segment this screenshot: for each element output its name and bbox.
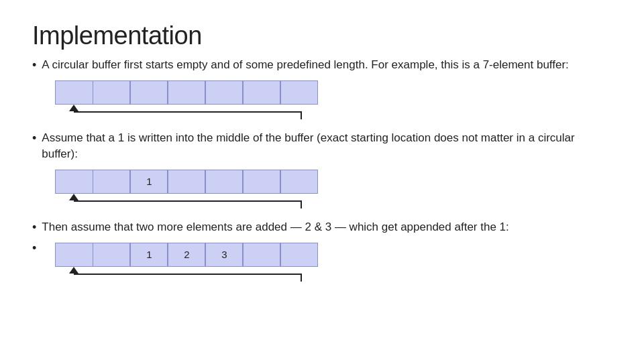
cell-2-1 [93, 170, 130, 194]
slide: Implementation • A circular buffer first… [0, 0, 644, 362]
h-arrow-3 [74, 274, 302, 282]
cell-2-2: 1 [130, 170, 168, 194]
cell-1-2 [130, 80, 168, 105]
arrow-group-2 [55, 194, 93, 200]
bullet-2: • Assume that a 1 is written into the mi… [32, 130, 612, 215]
h-line-2 [74, 200, 301, 202]
cell-3-6 [280, 243, 318, 267]
h-line-1 [74, 111, 301, 113]
cell-2-5 [243, 170, 280, 194]
arrow-up-2 [69, 194, 78, 200]
buffer-row-2: 1 [55, 170, 318, 194]
cell-3-4: 3 [205, 243, 243, 267]
cell-1-3 [168, 80, 205, 105]
cell-2-0 [55, 170, 93, 194]
arrow-col-3 [55, 267, 93, 274]
h-arrow-2 [74, 200, 302, 208]
cell-1-5 [243, 80, 280, 105]
arrow-group-3 [55, 267, 93, 274]
buffer-diagram-2: 1 [55, 170, 612, 208]
v-line-1 [301, 111, 302, 119]
bullet-dot-1: • [32, 58, 36, 72]
buffer-diagram-3: 1 2 3 [55, 243, 318, 282]
cell-1-1 [93, 80, 130, 105]
cell-2-4 [205, 170, 243, 194]
cell-3-3: 2 [168, 243, 205, 267]
cell-1-4 [205, 80, 243, 105]
h-arrow-1 [74, 111, 302, 119]
buffer-row-1 [55, 80, 318, 105]
cell-1-6 [280, 80, 318, 105]
cell-1-0 [55, 80, 93, 105]
arrow-col-1 [55, 105, 93, 111]
slide-title: Implementation [32, 21, 612, 50]
arrow-group-1 [55, 105, 93, 111]
cell-3-0 [55, 243, 93, 267]
cell-3-1 [93, 243, 130, 267]
cell-2-3 [168, 170, 205, 194]
arrow-up-1 [69, 105, 78, 111]
bullet-dot-4: • [32, 241, 36, 255]
cell-2-6 [280, 170, 318, 194]
bullet-text-2: Assume that a 1 is written into the midd… [42, 130, 612, 163]
cell-3-2: 1 [130, 243, 168, 267]
bullet-text-1: A circular buffer first starts empty and… [42, 57, 569, 74]
arrow-up-3 [69, 267, 78, 274]
v-line-3 [301, 274, 302, 282]
bullet-text-3: Then assume that two more elements are a… [42, 219, 508, 236]
bullet-3: • Then assume that two more elements are… [32, 219, 612, 236]
v-line-2 [301, 200, 302, 208]
h-line-3 [74, 274, 301, 275]
bullet-1: • A circular buffer first starts empty a… [32, 57, 612, 126]
bullet-dot-3: • [32, 221, 36, 235]
buffer-row-3: 1 2 3 [55, 243, 318, 267]
bullet-dot-2: • [32, 131, 36, 145]
bullet-4: • 1 2 3 [32, 240, 612, 288]
cell-3-5 [243, 243, 280, 267]
buffer-diagram-1 [55, 80, 569, 119]
arrow-col-2 [55, 194, 93, 200]
